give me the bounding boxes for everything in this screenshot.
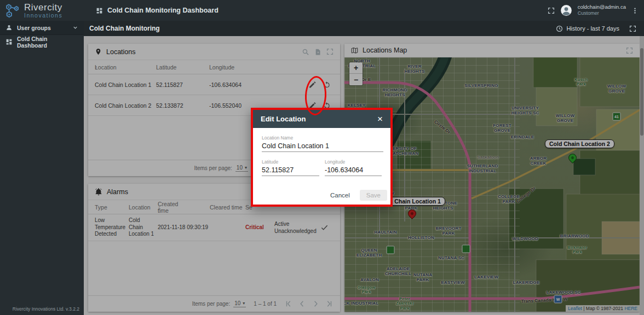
app-title: Cold Chain Monitoring Dashboard [107,7,219,14]
page-title: Cold Chain Monitoring [89,25,160,32]
edit-location-dialog: Edit Location × Location Name Cold Chain… [251,108,393,207]
avatar[interactable] [560,4,572,16]
sidebar-user-groups[interactable]: User groups [0,21,84,35]
subheader-bar: Cold Chain Monitoring History - last 7 d… [84,21,644,36]
user-role: Customer [578,10,626,16]
dialog-title: Edit Location [261,115,306,123]
chevron-down-icon [72,25,78,31]
fullscreen-icon[interactable] [629,25,636,32]
user-info: coldchain@admin.ca Customer [578,4,626,16]
main-area: Cold Chain Monitoring History - last 7 d… [84,21,644,315]
kebab-menu-icon[interactable] [631,7,639,15]
dialog-actions: Cancel Save [327,190,387,201]
history-range-label: History - last 7 days [566,25,619,32]
cancel-button[interactable]: Cancel [327,190,353,201]
close-icon[interactable]: × [377,114,383,124]
rivercity-logo-icon [4,3,21,18]
clock-icon [556,25,563,32]
history-range-button[interactable]: History - last 7 days [556,25,619,32]
latitude-label: Latitude [262,159,319,165]
sidebar-user-groups-label: User groups [17,25,51,31]
logo-text: Rivercity Innovations [24,3,62,19]
save-button[interactable]: Save [360,190,387,201]
logo-title: Rivercity [24,3,62,12]
sidebar-item-label: Cold Chain Dashboard [17,36,78,49]
latitude-field[interactable]: Latitude 52.115827 [262,159,319,176]
subheader-right: History - last 7 days [556,25,636,32]
person-icon [5,24,13,31]
dialog-header: Edit Location × [253,110,390,128]
logo-subtitle: Innovations [24,13,62,19]
dashboard-grid-icon [96,7,103,14]
location-name-input[interactable]: Cold Chain Location 1 [262,142,383,150]
app-window: Rivercity Innovations Cold Chain Monitor… [0,0,644,315]
dashboard-content: Locations [84,36,644,315]
top-app-bar: Rivercity Innovations Cold Chain Monitor… [0,0,644,21]
longitude-field[interactable]: Longitude -106.634064 [325,159,382,176]
body-row: User groups Cold Chain Dashboard Riverci… [0,21,644,315]
fullscreen-icon[interactable] [548,7,555,14]
user-email: coldchain@admin.ca [578,4,626,10]
company-logo: Rivercity Innovations [0,3,84,19]
location-name-label: Location Name [262,135,383,141]
sidebar: User groups Cold Chain Dashboard Riverci… [0,21,84,315]
latitude-input[interactable]: 52.115827 [262,166,319,174]
topbar-right: coldchain@admin.ca Customer [548,4,644,16]
app-title-group: Cold Chain Monitoring Dashboard [96,7,219,14]
longitude-input[interactable]: -106.634064 [325,166,382,174]
dialog-body: Location Name Cold Chain Location 1 Lati… [253,128,390,176]
longitude-label: Longitude [325,159,382,165]
location-name-field[interactable]: Location Name Cold Chain Location 1 [262,135,383,152]
sidebar-footer-version: Rivercity Innovations Ltd. v.3.2.2 [0,303,84,315]
sidebar-item-cold-chain-dashboard[interactable]: Cold Chain Dashboard [0,35,84,49]
dashboard-grid-icon [5,38,13,45]
